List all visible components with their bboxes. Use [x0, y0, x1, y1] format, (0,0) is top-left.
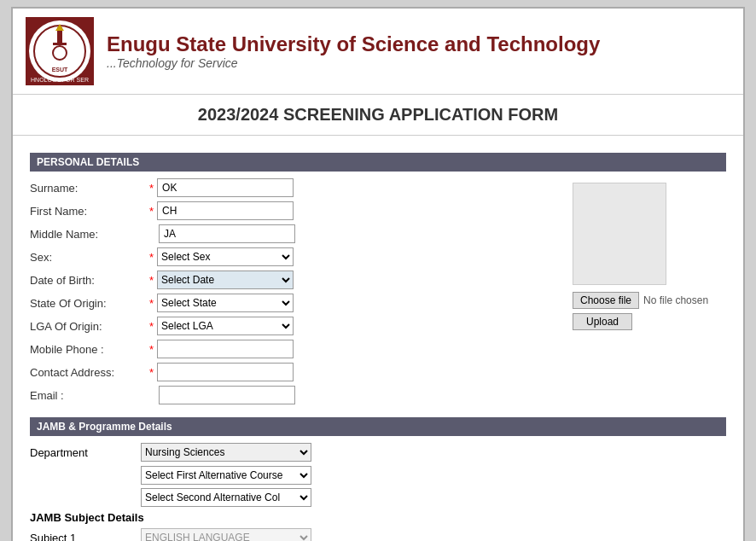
tagline: ...Technology for Service: [107, 56, 600, 70]
personal-details-header: PERSONAL DETAILS: [30, 153, 726, 172]
mobile-label: Mobile Phone :: [30, 343, 149, 356]
logo-bottom-text: HNOLOGY FOR SER: [26, 77, 94, 83]
surname-input[interactable]: [157, 178, 294, 197]
second-alt-select[interactable]: Select Second Alternative Col: [141, 488, 311, 507]
firstname-label: First Name:: [30, 205, 149, 218]
no-file-text: No file chosen: [643, 294, 708, 306]
email-row: Email :: [30, 386, 555, 404]
svg-rect-4: [53, 43, 67, 45]
file-row: Choose file No file chosen: [573, 292, 726, 309]
sex-required: *: [149, 251, 154, 264]
dob-label: Date of Birth:: [30, 274, 149, 287]
personal-details-left: Surname: * First Name: * Middle Name:: [30, 178, 555, 409]
sex-select[interactable]: Select Sex Male Female: [157, 247, 294, 266]
contact-input[interactable]: [157, 363, 294, 381]
contact-required: *: [149, 366, 154, 379]
page-title: 2023/2024 SCREENING APPLICATION FORM: [13, 95, 743, 136]
lga-row: LGA Of Origin: * Select LGA: [30, 317, 555, 335]
upload-button[interactable]: Upload: [573, 313, 632, 330]
department-select[interactable]: Nursing Sciences: [141, 443, 311, 462]
department-label: Department: [30, 446, 141, 459]
photo-upload-section: Choose file No file chosen Upload: [555, 178, 726, 409]
sex-row: Sex: * Select Sex Male Female: [30, 247, 555, 266]
lga-required: *: [149, 320, 154, 333]
dob-required: *: [149, 274, 154, 287]
state-required: *: [149, 297, 154, 310]
form-container: PERSONAL DETAILS Surname: * First Name: …: [13, 136, 743, 541]
state-row: State Of Origin: * Select State: [30, 294, 555, 312]
email-label: Email :: [30, 389, 149, 402]
middlename-label: Middle Name:: [30, 228, 149, 241]
personal-details-layout: Surname: * First Name: * Middle Name:: [30, 178, 726, 409]
university-logo: ESUT HNOLOGY FOR SER: [26, 17, 94, 85]
university-name: Enugu State University of Science and Te…: [107, 32, 600, 56]
state-label: State Of Origin:: [30, 297, 149, 310]
mobile-row: Mobile Phone : *: [30, 340, 555, 358]
firstname-input[interactable]: [157, 201, 294, 220]
firstname-row: First Name: *: [30, 201, 555, 220]
first-alt-select[interactable]: Select First Alternative Course: [141, 466, 311, 485]
mobile-input[interactable]: [157, 340, 294, 358]
subject-section-title: JAMB Subject Details: [30, 511, 726, 524]
alternative-selects: Select First Alternative Course Select S…: [141, 466, 726, 507]
subject-section: JAMB Subject Details Subject 1 ENGLISH L…: [30, 511, 726, 541]
subject1-row: Subject 1 ENGLISH LANGUAGE: [30, 528, 726, 541]
surname-row: Surname: *: [30, 178, 555, 197]
firstname-required: *: [149, 205, 154, 218]
lga-select[interactable]: Select LGA: [157, 317, 294, 335]
department-row: Department Nursing Sciences: [30, 443, 726, 462]
surname-required: *: [149, 182, 154, 195]
contact-label: Contact Address:: [30, 366, 149, 379]
dob-select[interactable]: Select Date: [157, 270, 294, 289]
contact-row: Contact Address: *: [30, 363, 555, 381]
mobile-required: *: [149, 343, 154, 356]
application-form: ESUT HNOLOGY FOR SER Enugu State Univers…: [11, 7, 745, 541]
dob-row: Date of Birth: * Select Date: [30, 270, 555, 289]
middlename-row: Middle Name:: [30, 224, 555, 243]
header: ESUT HNOLOGY FOR SER Enugu State Univers…: [13, 9, 743, 95]
surname-label: Surname:: [30, 182, 149, 195]
sex-label: Sex:: [30, 251, 149, 264]
header-text: Enugu State University of Science and Te…: [107, 32, 600, 70]
choose-file-button[interactable]: Choose file: [573, 292, 639, 309]
subject1-label: Subject 1: [30, 532, 141, 542]
state-select[interactable]: Select State: [157, 294, 294, 312]
svg-text:ESUT: ESUT: [52, 67, 68, 73]
photo-placeholder: [573, 183, 666, 285]
subject1-select[interactable]: ENGLISH LANGUAGE: [141, 528, 311, 541]
lga-label: LGA Of Origin:: [30, 320, 149, 333]
email-input[interactable]: [159, 386, 295, 404]
middlename-input[interactable]: [159, 224, 295, 243]
jamb-section-header: JAMB & Programme Details: [30, 417, 726, 436]
